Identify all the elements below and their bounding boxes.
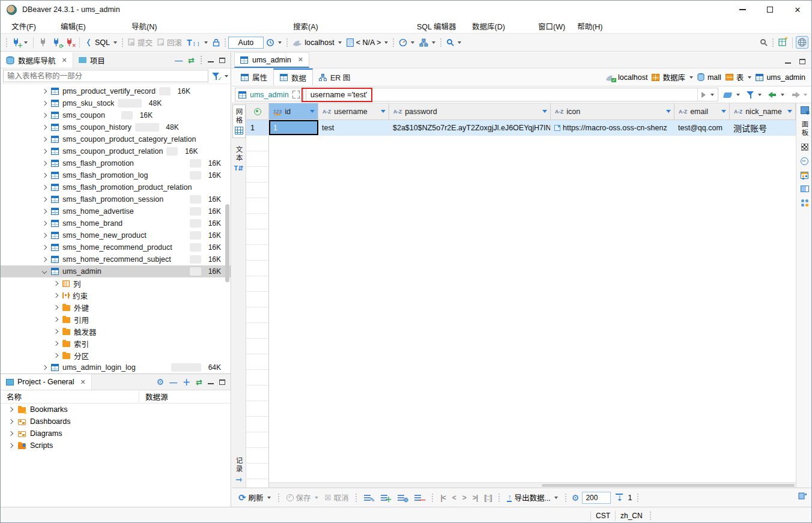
tree-item[interactable]: pms_product_vertify_record 16K xyxy=(1,85,50,97)
tree-item[interactable]: 约束 xyxy=(1,289,231,301)
close-tab-icon[interactable]: ✕ xyxy=(62,56,67,64)
next-row-button[interactable]: > xyxy=(461,492,468,503)
open-perspective-button[interactable]: ✦ xyxy=(776,37,789,48)
chevron-icon[interactable] xyxy=(42,221,47,226)
add-row-button[interactable]: ＋ xyxy=(379,492,393,503)
chevron-icon[interactable] xyxy=(53,317,58,322)
commit-mode-combo[interactable]: Auto xyxy=(228,37,264,49)
value-viewer-panel-icon[interactable] xyxy=(801,144,808,151)
tree-item[interactable]: sms_coupon 16K xyxy=(1,109,162,121)
project-tree-item[interactable]: Bookmarks xyxy=(1,404,50,416)
tree-item[interactable]: sms_flash_promotion_session 16K xyxy=(1,193,231,205)
tab-project-general[interactable]: Project - General ✕ xyxy=(1,374,92,390)
active-connection-combo[interactable]: localhost xyxy=(290,37,344,48)
tree-item[interactable]: sms_home_recommend_subject 16K xyxy=(1,253,231,265)
apply-filter-icon[interactable] xyxy=(701,92,706,98)
cell-icon[interactable]: https://macro-oss.oss-cn-shenz xyxy=(551,120,674,135)
switch-presentation-icon[interactable] xyxy=(235,477,243,484)
menu-item[interactable]: 搜索(A) xyxy=(287,19,411,34)
previous-row-button[interactable]: < xyxy=(450,492,458,503)
chevron-icon[interactable] xyxy=(53,329,58,334)
column-header[interactable]: A-Z icon xyxy=(551,103,674,119)
tree-item[interactable]: sms_home_recommend_product 16K xyxy=(1,241,231,253)
last-row-button[interactable]: >| xyxy=(471,492,479,503)
chevron-icon[interactable] xyxy=(42,149,47,154)
transaction-log-button[interactable] xyxy=(264,37,284,48)
result-settings-gear-icon[interactable]: ⚙ xyxy=(572,494,580,502)
chevron-icon[interactable] xyxy=(53,305,58,310)
chevron-icon[interactable] xyxy=(42,161,47,166)
maximize-button[interactable] xyxy=(756,1,784,19)
close-button[interactable]: ✕ xyxy=(784,1,811,19)
sort-dropdown-icon[interactable] xyxy=(666,110,671,113)
transaction-mode-button[interactable]: T⋮⋮ xyxy=(184,37,210,48)
cell-password[interactable]: $2a$10$NZ5o7r2E.ayT2ZoxgjJl.eJ6OEYqjH7IN… xyxy=(389,120,551,135)
view-menu-icon[interactable] xyxy=(200,55,202,65)
gear-icon[interactable]: ⚙ xyxy=(157,378,165,386)
tree-item[interactable]: sms_coupon_product_relation 16K xyxy=(1,145,67,157)
row-number-cell[interactable]: 1 xyxy=(246,120,269,135)
column-datasource-header[interactable]: 数据源 xyxy=(139,391,231,402)
new-connection-button[interactable]: ＋ xyxy=(10,37,30,48)
chevron-icon[interactable] xyxy=(42,197,47,202)
maximize-view-icon[interactable] xyxy=(219,58,225,63)
chevron-icon[interactable] xyxy=(42,257,47,262)
chevron-icon[interactable] xyxy=(42,365,47,370)
delete-row-button[interactable]: — xyxy=(413,492,426,503)
chevron-icon[interactable] xyxy=(42,269,47,274)
chevron-icon[interactable] xyxy=(42,209,47,214)
minimize-editor-icon[interactable] xyxy=(785,62,791,64)
tree-item[interactable]: ums_admin_login_log 64K xyxy=(1,361,231,373)
grid-corner-cell[interactable] xyxy=(246,103,269,119)
dropdown-caret[interactable] xyxy=(748,76,751,79)
tree-item[interactable]: sms_flash_promotion_product_relation xyxy=(1,181,231,193)
project-tree-item[interactable]: Scripts xyxy=(1,440,124,452)
chevron-icon[interactable] xyxy=(8,419,13,424)
calc-panel-icon[interactable] xyxy=(801,157,808,165)
breadcrumb-database-name[interactable]: mall xyxy=(697,73,721,82)
commit-button[interactable]: 提交 xyxy=(126,35,155,49)
chevron-icon[interactable] xyxy=(53,341,58,346)
tree-scrollbar-thumb[interactable] xyxy=(225,204,229,282)
tab-projects[interactable]: 项目 xyxy=(73,52,111,68)
dropdown-caret[interactable] xyxy=(689,76,693,79)
chevron-icon[interactable] xyxy=(53,281,58,286)
record-mode-toggle[interactable]: 记录 xyxy=(234,457,244,473)
sort-dropdown-icon[interactable] xyxy=(542,110,547,113)
filter-funnel-icon[interactable]: ✓ xyxy=(212,73,220,80)
chevron-icon[interactable] xyxy=(42,233,47,238)
tree-item[interactable]: 引用 xyxy=(1,313,231,325)
search-menu-button[interactable] xyxy=(444,37,464,47)
cancel-button[interactable]: ☒ 取消 xyxy=(323,491,351,504)
tree-item[interactable]: 外键 xyxy=(1,301,231,313)
tab-properties[interactable]: 属性 xyxy=(235,68,273,86)
tree-item[interactable]: 列 xyxy=(1,277,231,289)
active-database-combo[interactable]: < N/A > xyxy=(344,37,391,48)
menu-item[interactable]: 数据库(D) xyxy=(466,19,532,34)
close-tab-icon[interactable]: ✕ xyxy=(80,378,85,386)
duplicate-row-button[interactable]: ⊕ xyxy=(396,492,410,503)
forward-button[interactable] xyxy=(789,91,810,99)
expand-arrows-icon[interactable] xyxy=(292,91,300,98)
cell-id[interactable]: 1 xyxy=(269,120,318,135)
breadcrumb-database-label[interactable]: 数据库 xyxy=(652,71,693,83)
cell-username[interactable]: test xyxy=(318,120,389,135)
tree-item[interactable]: sms_flash_promotion_log 16K xyxy=(1,169,231,181)
menu-item[interactable]: 文件(F) xyxy=(5,19,55,34)
minimize-button[interactable] xyxy=(729,1,756,19)
lock-button[interactable] xyxy=(210,37,222,48)
presentation-tab-text[interactable]: 文本 T⇵ xyxy=(233,143,245,175)
column-header[interactable]: A-Z password xyxy=(389,103,551,119)
collapse-all-icon[interactable]: — xyxy=(169,378,177,386)
column-header[interactable]: A-Z email xyxy=(674,103,730,119)
minimize-view-icon[interactable] xyxy=(208,61,214,62)
breadcrumb-table-label[interactable]: 表 xyxy=(726,71,752,83)
go-to-row-button[interactable]: [□] xyxy=(482,492,493,503)
tree-item[interactable]: sms_coupon_history 48K xyxy=(1,121,124,133)
panels-gear-icon[interactable] xyxy=(801,106,809,114)
table-filter-input[interactable] xyxy=(3,70,208,82)
chevron-icon[interactable] xyxy=(42,245,47,250)
tree-item[interactable]: 触发器 xyxy=(1,325,231,337)
connect-button[interactable] xyxy=(37,37,50,48)
url-link-icon[interactable] xyxy=(554,125,560,131)
